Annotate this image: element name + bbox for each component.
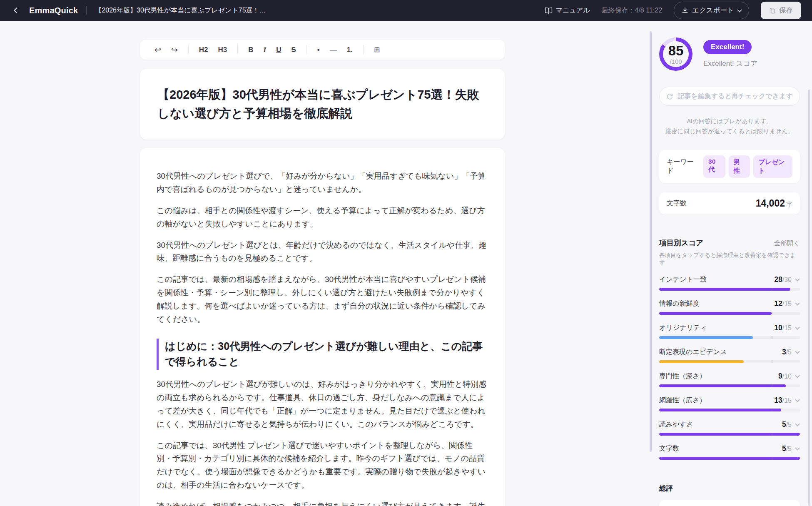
editor-scrollbar[interactable] bbox=[650, 31, 652, 452]
score-progress-fill bbox=[659, 384, 786, 387]
export-button[interactable]: エクスポート bbox=[674, 2, 749, 19]
chevron-left-icon bbox=[14, 7, 20, 13]
score-progress-fill bbox=[659, 360, 744, 363]
article-title[interactable]: 【2026年版】30代男性が本当に喜ぶプレゼント75選！失敗しない選び方と予算相… bbox=[157, 85, 487, 123]
threshold-tick bbox=[772, 384, 772, 387]
score-progress-track bbox=[659, 457, 800, 460]
keyword-tag: 男性 bbox=[729, 155, 750, 178]
article-title-card[interactable]: 【2026年版】30代男性が本当に喜ぶプレゼント75選！失敗しない選び方と予算相… bbox=[140, 69, 505, 140]
paragraph[interactable]: 読み進めれば、相場感をつかみつつ、相手に負担を与えにくい選び方が見えてきます。誕… bbox=[157, 500, 488, 506]
editor-column: ↩ ↪ H2 H3 B I U S • — 1. ⊞ 【2026年版】30代男性… bbox=[140, 21, 505, 506]
threshold-tick bbox=[772, 457, 772, 460]
ordered-list-button[interactable]: 1. bbox=[343, 44, 356, 56]
ai-disclaimer-line1: AIの回答にはブレがあります。 bbox=[659, 117, 800, 127]
bold-button[interactable]: B bbox=[244, 44, 257, 56]
paragraph[interactable]: この記事では、最新の相場感を踏まえながら、30代男性が本当に喜びやすいプレゼント… bbox=[157, 273, 488, 326]
heading2-button[interactable]: H2 bbox=[195, 44, 212, 56]
section-heading[interactable]: はじめに：30代男性へのプレゼント選びが難しい理由と、この記事で得られること bbox=[157, 339, 488, 370]
keywords-card: キーワード 30代男性プレゼント bbox=[659, 150, 800, 183]
paragraph[interactable]: 30代男性へのプレゼント選びで、「好みが分からない」「実用品すぎても味気ない」「… bbox=[157, 169, 488, 196]
keyword-tag: プレゼント bbox=[753, 155, 792, 178]
chevron-down-icon bbox=[795, 349, 800, 354]
manual-link[interactable]: マニュアル bbox=[545, 6, 590, 15]
copy-icon bbox=[769, 7, 776, 14]
score-progress-track bbox=[659, 433, 800, 436]
score-row-label: 情報の新鮮度 bbox=[659, 299, 699, 308]
overall-card: この記事は、30代男性へのプレゼント選びというテーマに対し、ユーザーの検索意図を… bbox=[659, 500, 800, 506]
score-progress-fill bbox=[659, 457, 800, 460]
score-row[interactable]: オリジナリティ10/15 bbox=[659, 324, 800, 339]
score-row[interactable]: 網羅性（広さ）13/15 bbox=[659, 396, 800, 411]
main-area: ↩ ↪ H2 H3 B I U S • — 1. ⊞ 【2026年版】30代男性… bbox=[0, 21, 812, 506]
refresh-icon bbox=[666, 93, 673, 100]
score-row-list: インテント一致28/30情報の新鮮度12/15オリジナリティ10/15断定表現の… bbox=[659, 275, 800, 460]
underline-button[interactable]: U bbox=[272, 44, 285, 56]
paragraph[interactable]: この悩みは、相手との関係性や渡すシーン、使える予算によって正解が変わるため、選び… bbox=[157, 204, 488, 231]
scores-section-header: 項目別スコア 全部開く bbox=[659, 238, 800, 248]
toolbar-separator bbox=[306, 45, 307, 54]
score-row[interactable]: 文字数5/5 bbox=[659, 444, 800, 460]
score-value: 85 bbox=[668, 44, 684, 57]
score-row-number: 5 bbox=[782, 444, 786, 453]
score-row[interactable]: インテント一致28/30 bbox=[659, 275, 800, 291]
char-count-card: 文字数 14,002字 bbox=[659, 192, 800, 214]
heading3-button[interactable]: H3 bbox=[214, 44, 231, 56]
toolbar-separator bbox=[237, 45, 238, 54]
score-row[interactable]: 情報の新鮮度12/15 bbox=[659, 299, 800, 315]
scores-section-title: 項目別スコア bbox=[659, 238, 703, 248]
score-row[interactable]: 断定表現のエビデンス3/5 bbox=[659, 348, 800, 363]
editor-body[interactable]: 30代男性へのプレゼント選びで、「好みが分からない」「実用品すぎても味気ない」「… bbox=[140, 148, 505, 506]
keywords-label: キーワード bbox=[667, 158, 698, 175]
score-row-max: /5 bbox=[786, 445, 792, 452]
strikethrough-button[interactable]: S bbox=[288, 44, 300, 56]
score-row-value: 28/30 bbox=[774, 275, 792, 284]
score-row-max: /15 bbox=[782, 397, 792, 404]
save-button[interactable]: 保存 bbox=[761, 2, 801, 19]
score-progress-fill bbox=[659, 433, 800, 436]
overall-title: 総評 bbox=[659, 484, 800, 493]
score-progress-track bbox=[659, 409, 800, 411]
threshold-tick bbox=[772, 288, 772, 291]
score-caption: Excellent! スコア bbox=[703, 59, 758, 68]
italic-button[interactable]: I bbox=[260, 44, 270, 56]
score-ring: 85 /100 bbox=[659, 37, 692, 71]
recheck-label: 記事を編集すると再チェックできます bbox=[677, 92, 793, 101]
score-row-max: /15 bbox=[782, 324, 792, 332]
char-count-unit: 字 bbox=[786, 201, 792, 208]
bullet-list-button[interactable]: • bbox=[314, 44, 324, 56]
chevron-down-icon bbox=[795, 277, 800, 282]
redo-button[interactable]: ↪ bbox=[167, 43, 182, 56]
score-row[interactable]: 専門性（深さ）9/10 bbox=[659, 372, 800, 387]
sidebar-scrollbar[interactable] bbox=[808, 90, 810, 506]
paragraph[interactable]: この記事では、30代男性 プレゼント選びで迷いやすいポイントを整理しながら、関係… bbox=[157, 439, 488, 492]
divider bbox=[86, 6, 87, 15]
chevron-down-icon bbox=[795, 422, 800, 426]
manual-label: マニュアル bbox=[556, 6, 590, 15]
paragraph[interactable]: 30代男性へのプレゼント選びとは、年齢だけで決めるのではなく、生活スタイルや仕事… bbox=[157, 239, 488, 265]
chevron-down-icon bbox=[795, 398, 800, 402]
export-label: エクスポート bbox=[692, 6, 734, 15]
document-title: 【2026年版】30代男性が本当に喜ぶプレゼント75選！… bbox=[95, 6, 266, 15]
toolbar-separator bbox=[363, 45, 364, 54]
ai-disclaimer: AIの回答にはブレがあります。 厳密に同じ回答が返ってくるとは限りません。 bbox=[659, 117, 800, 137]
char-count-value: 14,002字 bbox=[756, 198, 792, 209]
score-progress-fill bbox=[659, 336, 753, 339]
recheck-button[interactable]: 記事を編集すると再チェックできます bbox=[659, 87, 800, 106]
paragraph[interactable]: 30代男性へのプレゼント選びが難しいのは、好みがはっきり分かれやすく、実用性と特… bbox=[157, 378, 488, 431]
score-row-value: 3/5 bbox=[782, 348, 792, 356]
score-row[interactable]: 読みやすさ5/5 bbox=[659, 420, 800, 436]
char-count-label: 文字数 bbox=[667, 199, 687, 208]
undo-button[interactable]: ↩ bbox=[151, 43, 165, 56]
back-button[interactable] bbox=[11, 5, 22, 16]
score-row-max: /30 bbox=[782, 276, 792, 283]
table-button[interactable]: ⊞ bbox=[370, 44, 384, 56]
expand-all-link[interactable]: 全部開く bbox=[774, 239, 800, 248]
score-row-max: /15 bbox=[782, 300, 792, 307]
download-icon bbox=[682, 7, 688, 14]
horizontal-rule-button[interactable]: — bbox=[326, 44, 341, 56]
score-row-value: 9/10 bbox=[778, 372, 792, 381]
score-progress-track bbox=[659, 336, 800, 339]
chevron-down-icon bbox=[795, 446, 800, 451]
score-header: 85 /100 Excellent! Excellent! スコア bbox=[659, 37, 800, 71]
app-logo: EmmaQuick bbox=[29, 6, 78, 15]
